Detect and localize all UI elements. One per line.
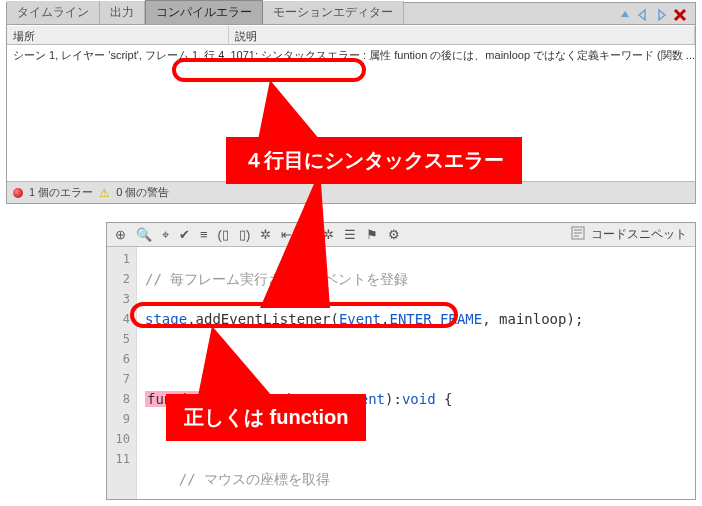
nav-prev-icon[interactable]: [635, 7, 651, 23]
check-icon[interactable]: ✔: [179, 227, 190, 243]
find-icon[interactable]: 🔍: [136, 227, 152, 243]
annotation-ring-code-line4: [130, 302, 458, 328]
snippet-icon: [571, 226, 585, 243]
warning-icon: ⚠: [99, 186, 110, 200]
code-snippet-button[interactable]: コードスニペット: [571, 226, 687, 243]
expand-icon[interactable]: ▯): [239, 227, 250, 243]
error-count-label: 1 個のエラー: [29, 185, 93, 200]
code-area[interactable]: 1 2 3 4 5 6 7 8 9 10 11 // 毎フレーム実行されるイベン…: [107, 247, 695, 499]
tab-compiler-errors[interactable]: コンパイルエラー: [145, 0, 263, 24]
collapse-icon[interactable]: (▯: [218, 227, 229, 243]
help-icon[interactable]: ☰: [344, 227, 356, 243]
debug-icon[interactable]: ⚑: [366, 227, 378, 243]
toolbar-icons: ⊕ 🔍 ⌖ ✔ ≡ (▯ ▯) ✲ ⇤ ⇥ ✲ ☰ ⚑ ⚙: [115, 227, 400, 243]
code-toolbar: ⊕ 🔍 ⌖ ✔ ≡ (▯ ▯) ✲ ⇤ ⇥ ✲ ☰ ⚑ ⚙ コードスニペット: [107, 223, 695, 247]
annotation-pointer-1: [258, 80, 320, 140]
annotation-ring-error-line: [172, 58, 366, 82]
warning-count-label: 0 個の警告: [116, 185, 169, 200]
gear-icon[interactable]: ⚙: [388, 227, 400, 243]
col-description-header[interactable]: 説明: [229, 26, 695, 44]
panel-nav-buttons: [617, 6, 689, 24]
line-gutter: 1 2 3 4 5 6 7 8 9 10 11: [107, 247, 137, 499]
format-icon[interactable]: ≡: [200, 227, 208, 243]
col-location-header[interactable]: 場所: [7, 26, 229, 44]
annotation-pointer-2b: [198, 326, 272, 396]
nav-next-icon[interactable]: [653, 7, 669, 23]
code-editor-panel: ⊕ 🔍 ⌖ ✔ ≡ (▯ ▯) ✲ ⇤ ⇥ ✲ ☰ ⚑ ⚙ コードスニペット 1…: [106, 222, 696, 500]
tab-timeline[interactable]: タイムライン: [7, 1, 100, 24]
close-icon[interactable]: [671, 6, 689, 24]
panel-tabs: タイムライン 出力 コンパイルエラー モーションエディター: [7, 3, 695, 25]
target-icon[interactable]: ⌖: [162, 227, 169, 243]
annotation-callout-2: 正しくは function: [166, 394, 366, 441]
nav-up-icon[interactable]: [617, 7, 633, 23]
tab-motion-editor[interactable]: モーションエディター: [263, 1, 404, 24]
annotation-pointer-2a: [260, 170, 330, 308]
snippet-label: コードスニペット: [591, 226, 687, 243]
add-icon[interactable]: ⊕: [115, 227, 126, 243]
tab-output[interactable]: 出力: [100, 1, 145, 24]
error-grid-header: 場所 説明: [7, 25, 695, 45]
error-dot-icon: [13, 188, 23, 198]
error-status-bar: 1 個のエラー ⚠ 0 個の警告: [7, 181, 695, 203]
